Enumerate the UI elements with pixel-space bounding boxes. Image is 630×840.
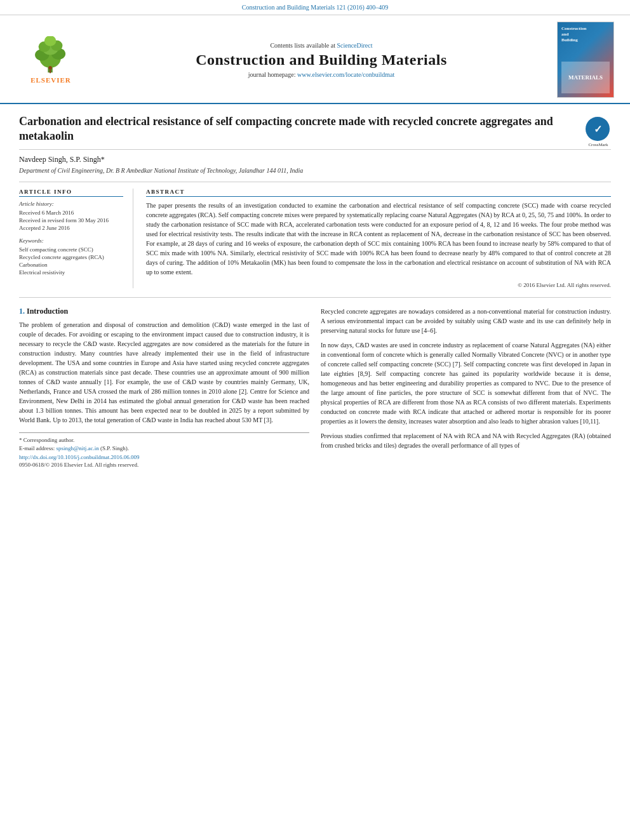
cover-bottom: MATERIALS (561, 62, 610, 93)
homepage-url: www.elsevier.com/locate/conbuildmat (297, 71, 394, 78)
received-date: Received 6 March 2016 (19, 210, 123, 216)
intro-col2-para1: Recycled concrete aggregates are nowaday… (321, 307, 611, 335)
crossmark-badge: ✓ CrossMark (586, 117, 611, 142)
article-info-abstract: ARTICLE INFO Article history: Received 6… (19, 182, 611, 288)
keywords-section: Keywords: Self compacting concrete (SCC)… (19, 237, 123, 276)
science-direct-link[interactable]: ScienceDirect (337, 42, 372, 49)
keyword-2: Recycled concrete aggregates (RCA) (19, 254, 123, 260)
body-col-left: 1. Introduction The problem of generatio… (19, 307, 309, 468)
email-note: E-mail address: spsingh@nitj.ac.in (S.P.… (19, 445, 309, 451)
received-revised-date: Received in revised form 30 May 2016 (19, 217, 123, 223)
keywords-label: Keywords: (19, 237, 123, 244)
journal-title-area: Contents lists available at ScienceDirec… (95, 22, 547, 98)
elsevier-brand-text: ELSEVIER (30, 76, 71, 84)
journal-cover-area: ConstructionandBuilding MATERIALS (554, 22, 617, 98)
intro-col2-para3: Previous studies confirmed that replacem… (321, 431, 611, 450)
article-container: Carbonation and electrical resistance of… (0, 104, 630, 481)
crossmark-icon: ✓ (586, 117, 610, 141)
intro-col2-para2: In now days, C&D wastes are used in conc… (321, 340, 611, 426)
svg-point-8 (48, 66, 52, 70)
cover-materials-text: MATERIALS (568, 74, 603, 81)
section-number: 1. (19, 307, 25, 316)
journal-header-bar: Construction and Building Materials 121 … (0, 0, 630, 15)
elsevier-logo-area: ELSEVIER (13, 22, 89, 98)
journal-ref-text: Construction and Building Materials 121 … (242, 4, 389, 11)
abstract-text: The paper presents the results of an inv… (146, 201, 611, 277)
crossmark-label: CrossMark (586, 142, 611, 147)
intro-col1-para1: The problem of generation and disposal o… (19, 320, 309, 425)
article-title-section: Carbonation and electrical resistance of… (19, 114, 611, 150)
corresponding-author-note: * Corresponding author. (19, 437, 309, 443)
abstract-section: ABSTRACT The paper presents the results … (146, 189, 611, 288)
keyword-4: Electrical resistivity (19, 269, 123, 276)
abstract-heading: ABSTRACT (146, 189, 611, 197)
body-columns: 1. Introduction The problem of generatio… (19, 307, 611, 468)
email-link[interactable]: spsingh@nitj.ac.in (56, 445, 98, 451)
section-divider (19, 297, 611, 298)
journal-cover: ConstructionandBuilding MATERIALS (557, 22, 614, 98)
journal-header: ELSEVIER Contents lists available at Sci… (0, 15, 630, 104)
journal-title: Construction and Building Materials (196, 51, 447, 69)
issn-text: 0950-0618/© 2016 Elsevier Ltd. All right… (19, 462, 309, 468)
intro-section-title: 1. Introduction (19, 307, 309, 316)
section-title-text: Introduction (27, 307, 68, 316)
authors-line: Navdeep Singh, S.P. Singh* (19, 155, 611, 164)
article-info-heading: ARTICLE INFO (19, 189, 123, 197)
affiliation: Department of Civil Engineering, Dr. B R… (19, 167, 611, 174)
body-col-right: Recycled concrete aggregates are nowaday… (321, 307, 611, 468)
footnote-area: * Corresponding author. E-mail address: … (19, 432, 309, 468)
accepted-date: Accepted 2 June 2016 (19, 225, 123, 231)
journal-homepage: journal homepage: www.elsevier.com/locat… (248, 71, 394, 78)
science-direct-label: Contents lists available at ScienceDirec… (270, 42, 372, 49)
keyword-3: Carbonation (19, 262, 123, 268)
copyright-line: © 2016 Elsevier Ltd. All rights reserved… (146, 282, 611, 288)
article-history-label: Article history: (19, 201, 123, 207)
cover-title-line1: ConstructionandBuilding (561, 26, 610, 43)
keyword-1: Self compacting concrete (SCC) (19, 246, 123, 253)
elsevier-tree-svg (25, 36, 76, 74)
article-title: Carbonation and electrical resistance of… (19, 114, 573, 144)
doi-text[interactable]: http://dx.doi.org/10.1016/j.conbuildmat.… (19, 454, 309, 460)
elsevier-logo: ELSEVIER (25, 36, 76, 84)
article-info-left: ARTICLE INFO Article history: Received 6… (19, 189, 133, 288)
